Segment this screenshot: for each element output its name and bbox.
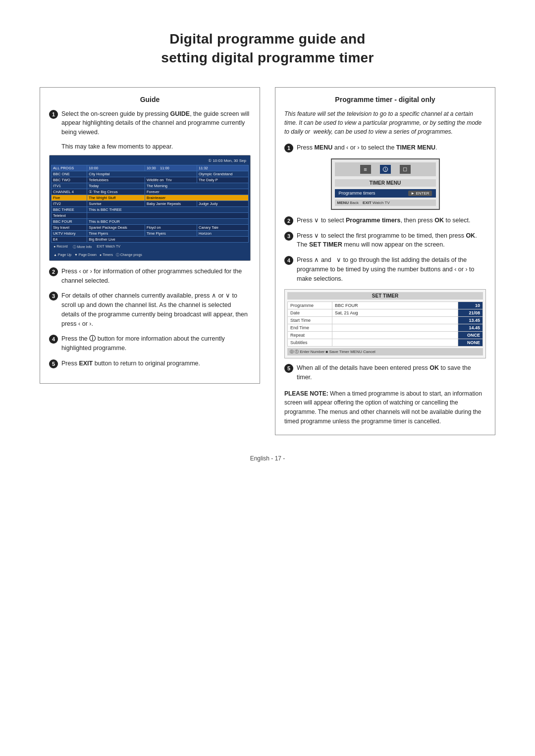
- guide-bottom-bar-2: ▲ Page Up ▼ Page Down ● Timers ⓘ Change …: [51, 252, 249, 258]
- timer-icon-1: ≡: [360, 165, 371, 174]
- timer-menu-title: TIMER MENU: [335, 179, 436, 187]
- channel-name: CHANNEL 4: [52, 189, 87, 195]
- table-row: Subtitles NONE: [288, 339, 483, 347]
- set-timer-label-starttime: Start Time: [288, 317, 332, 324]
- table-row: Sky travelSpaniel Package DealsFloyd onC…: [52, 224, 249, 230]
- channel-name: Five: [52, 195, 87, 201]
- guide-step-4: 4 Press the ⓘ button for more informatio…: [49, 334, 251, 353]
- guide-top-bar: ① 10:03 Mon, 30 Sep: [51, 157, 249, 164]
- set-timer-label-endtime: End Time: [288, 324, 332, 332]
- set-timer-instructions: ⓪ ① Enter Number ■ Save Timer MENU Cance…: [290, 349, 375, 354]
- table-row: E4Big Brother Live: [52, 236, 249, 242]
- page-footer: English - 17 -: [40, 455, 495, 462]
- timer-step-3: 3 Press ∨ to select the first programme …: [284, 231, 486, 250]
- channel-name: BBC ONE: [52, 171, 87, 177]
- step-num-1: 1: [49, 110, 58, 119]
- set-timer-val-subtitles: NONE: [458, 339, 483, 347]
- table-row: Start Time 13.45: [288, 317, 483, 324]
- timer-step-2: 2 Press ∨ to select Programme timers, th…: [284, 216, 486, 225]
- timer-step-1: 1 Press MENU and ‹ or › to select the TI…: [284, 143, 486, 152]
- channel-name: ITV1: [52, 183, 87, 189]
- timer-icon-3: ◻: [400, 165, 411, 174]
- table-row: BBC TWOTelletubbiesWildlife on TrivThe D…: [52, 177, 249, 183]
- table-row: ITV1TodayThe Morning: [52, 183, 249, 189]
- channel-name: Sky travel: [52, 224, 87, 230]
- set-timer-val-endtime: 14.45: [458, 324, 483, 332]
- set-timer-title: SET TIMER: [287, 292, 483, 300]
- timer-menu-nav: MENU Back EXIT Watch TV: [335, 200, 436, 206]
- timer-icon-2: 1/9: [380, 165, 391, 174]
- guide-step-5-text: Press EXIT button to return to original …: [61, 359, 200, 368]
- guide-table: ALL PROGS 10:00 10:30 11:00 11:32 BBC ON…: [51, 165, 249, 243]
- guide-section: Guide 1 Select the on-screen guide by pr…: [40, 87, 260, 384]
- table-row: BBC THREEThis is BBC THREE: [52, 206, 249, 212]
- channel-name: BBC TWO: [52, 177, 87, 183]
- channel-name: UKTV History: [52, 230, 87, 236]
- step-num-5: 5: [49, 359, 58, 368]
- guide-step-2: 2 Press ‹ or › for information of other …: [49, 267, 251, 286]
- timer-intro: This feature will set the television to …: [284, 109, 486, 136]
- table-row: Date Sat, 21 Aug 21/08: [288, 309, 483, 317]
- timer-menu-icons: ≡ 1/9 ◻: [335, 162, 436, 176]
- step-num-2: 2: [49, 267, 58, 276]
- guide-bottom-bar: ● Record ⓘ More Info EXIT Watch TV: [51, 244, 249, 251]
- table-row: CHANNEL 4① The Big CircusForever: [52, 189, 249, 195]
- table-row: BBC FOURThis is BBC FOUR: [52, 218, 249, 224]
- timer-step-num-1: 1: [284, 144, 293, 152]
- table-row: End Time 14.45: [288, 324, 483, 332]
- table-row: FiveThe Wright StuffBrainteaser: [52, 195, 249, 201]
- timer-step-4: 4 Press ∧ and ∨ to go through the list a…: [284, 255, 486, 283]
- set-timer-val-programme: 10: [458, 302, 483, 309]
- set-timer-val-starttime: 13.45: [458, 317, 483, 324]
- channel-name: BBC THREE: [52, 206, 87, 212]
- guide-step-1-text: Select the on-screen guide by pressing G…: [61, 109, 251, 137]
- timer-note: PLEASE NOTE: When a timed programme is a…: [284, 389, 486, 426]
- table-row: UKTV HistoryTime FlyersTime FlyersHorizo…: [52, 230, 249, 236]
- timer-step-num-4: 4: [284, 256, 293, 265]
- footer-text: English - 17 -: [250, 455, 285, 462]
- table-row: Repeat ONCE: [288, 332, 483, 339]
- channel-name: BBC FOUR: [52, 218, 87, 224]
- timer-menu-enter: ► ENTER: [408, 191, 431, 196]
- timer-step-1-text: Press MENU and ‹ or › to select the TIME…: [297, 143, 437, 152]
- svg-text:1/9: 1/9: [384, 170, 386, 172]
- svg-line-2: [385, 169, 386, 170]
- timer-step-2-text: Press ∨ to select Programme timers, then…: [297, 216, 470, 225]
- timer-step-num-3: 3: [284, 232, 293, 241]
- table-row: Programme BBC FOUR 10: [288, 302, 483, 309]
- guide-col-1000: 10:00: [87, 165, 145, 171]
- guide-header: Guide: [49, 96, 251, 103]
- guide-col-1030: 10:30 11:00: [145, 165, 197, 171]
- timer-section: Programme timer - digital only This feat…: [275, 87, 495, 436]
- guide-col-allprogs: ALL PROGS: [52, 165, 87, 171]
- step-num-3: 3: [49, 292, 58, 301]
- timer-step-4-text: Press ∧ and ∨ to go through the list add…: [297, 255, 486, 283]
- guide-step-1: 1 Select the on-screen guide by pressing…: [49, 109, 251, 137]
- page-title: Digital programme guide and setting digi…: [40, 30, 495, 67]
- guide-step-2-text: Press ‹ or › for information of other pr…: [61, 267, 251, 286]
- set-timer-label-date: Date: [288, 309, 332, 317]
- table-row: ITV2SunriseBaby Jamie RepeatsJudge Judy: [52, 201, 249, 206]
- channel-name: ITV2: [52, 201, 87, 206]
- set-timer-screen: SET TIMER Programme BBC FOUR 10 Date Sat…: [284, 289, 486, 358]
- timer-header: Programme timer - digital only: [284, 96, 486, 103]
- table-row: BBC ONECity HospitalOlympic Grandstand: [52, 171, 249, 177]
- channel-name: E4: [52, 236, 87, 242]
- guide-step-3-text: For details of other channels currently …: [61, 291, 251, 328]
- guide-tv-screen: ① 10:03 Mon, 30 Sep ALL PROGS 10:00 10:3…: [49, 155, 251, 261]
- set-timer-val-repeat: ONCE: [458, 332, 483, 339]
- set-timer-label-subtitles: Subtitles: [288, 339, 332, 347]
- timer-menu-row-label: Programme timers: [339, 191, 375, 196]
- step-num-4: 4: [49, 335, 58, 344]
- set-timer-label-programme: Programme: [288, 302, 332, 309]
- timer-menu-screen: ≡ 1/9 ◻ TIMER MENU Programme timers ► EN…: [331, 158, 440, 210]
- timer-step-num-2: 2: [284, 216, 293, 225]
- table-row: Teletext: [52, 212, 249, 218]
- set-timer-table: Programme BBC FOUR 10 Date Sat, 21 Aug 2…: [287, 302, 483, 347]
- channel-name: Teletext: [52, 212, 87, 218]
- clock-icon: 1/9: [382, 165, 388, 174]
- timer-step-5-text: When all of the details have been entere…: [297, 363, 486, 382]
- timer-step-3-text: Press ∨ to select the first programme to…: [297, 231, 486, 250]
- set-timer-label-repeat: Repeat: [288, 332, 332, 339]
- guide-col-1132: 11:32: [197, 165, 249, 171]
